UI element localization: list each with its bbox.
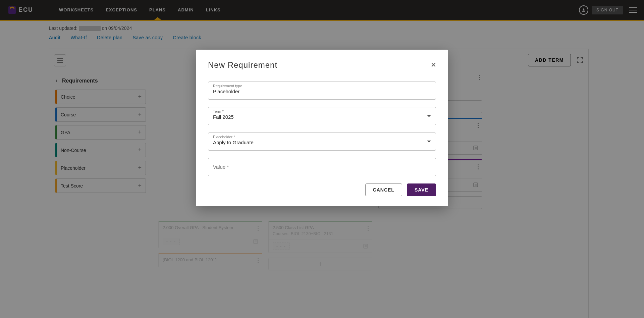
field-requirement-type[interactable]: Requirement type Placeholder <box>208 82 436 100</box>
field-value: Fall 2025 <box>213 114 431 120</box>
cancel-button[interactable]: CANCEL <box>365 183 402 196</box>
modal-overlay: New Requirement × Requirement type Place… <box>0 0 644 318</box>
field-term[interactable]: Term * Fall 2025 <box>208 107 436 125</box>
field-label: Value * <box>213 164 229 170</box>
new-requirement-modal: New Requirement × Requirement type Place… <box>196 50 448 206</box>
field-value[interactable]: Value * <box>208 158 436 176</box>
field-label: Term * <box>213 109 224 113</box>
modal-title: New Requirement <box>208 60 277 70</box>
chevron-down-icon <box>427 141 431 143</box>
field-label: Placeholder * <box>213 135 235 139</box>
save-button[interactable]: SAVE <box>407 183 436 196</box>
field-placeholder[interactable]: Placeholder * Apply to Graduate <box>208 132 436 151</box>
close-icon[interactable]: × <box>431 60 436 70</box>
field-value: Placeholder <box>213 89 431 94</box>
chevron-down-icon <box>427 115 431 117</box>
field-value: Apply to Graduate <box>213 140 431 145</box>
field-label: Requirement type <box>213 84 242 88</box>
